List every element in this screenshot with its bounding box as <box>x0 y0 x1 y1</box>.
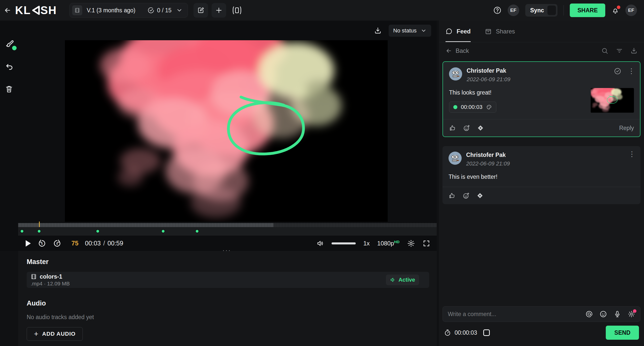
composer-settings-dot <box>633 309 636 313</box>
comment-marker[interactable] <box>96 229 100 233</box>
tab-shares[interactable]: Shares <box>485 21 515 42</box>
add-audio-label: ADD AUDIO <box>42 331 76 337</box>
compare-icon <box>232 6 242 15</box>
forward-5-button[interactable]: 5 <box>53 239 61 248</box>
composer-timecode: 00:00:03 <box>444 329 490 336</box>
thumbs-up-icon[interactable] <box>449 192 456 199</box>
filter-icon[interactable] <box>616 47 623 54</box>
playback-speed[interactable]: 1x <box>363 240 370 247</box>
annotation-toolbar <box>0 21 18 251</box>
video-stage: No status 5 5 75 00:03 / <box>18 21 437 251</box>
resolution-label: 1080p <box>377 240 394 247</box>
palette-icon[interactable] <box>486 104 492 110</box>
shares-box-icon <box>485 28 492 35</box>
play-button[interactable] <box>25 240 31 247</box>
volume-button[interactable] <box>316 240 324 247</box>
comment-card[interactable]: Christofer Pak 2022-06-09 21:09 ⋮ This i… <box>442 146 640 204</box>
add-reaction-icon[interactable] <box>463 192 470 199</box>
back-arrow-icon[interactable] <box>446 48 452 54</box>
comment-author: Christofer Pak <box>467 67 510 74</box>
comment-menu-button[interactable]: ⋮ <box>628 152 635 157</box>
emoji-icon[interactable] <box>599 310 607 318</box>
current-time: 00:03 <box>85 240 101 247</box>
composer-settings-button[interactable] <box>628 310 635 318</box>
timeline-scrubber[interactable] <box>18 223 437 227</box>
timecode-chip[interactable]: 00:00:03 <box>449 102 496 113</box>
comment-author: Christofer Pak <box>466 152 510 158</box>
reply-button[interactable]: Reply <box>619 125 634 132</box>
comment-marker[interactable] <box>161 229 165 233</box>
diamond-marker-icon[interactable] <box>477 192 483 199</box>
notification-dot <box>617 6 620 9</box>
video-canvas[interactable] <box>65 40 388 222</box>
comment-marker[interactable] <box>37 229 41 233</box>
collaborator-avatar[interactable]: EF <box>508 5 519 16</box>
comment-menu-button[interactable]: ⋮ <box>628 69 635 74</box>
mention-icon[interactable] <box>585 310 593 318</box>
timeline-loaded-region <box>18 223 273 227</box>
rewind-5-button[interactable]: 5 <box>38 239 46 248</box>
notifications-button[interactable] <box>611 6 619 14</box>
svg-text:5: 5 <box>41 242 43 245</box>
add-version-button[interactable] <box>212 3 226 18</box>
resolution-selector[interactable]: 1080pHD <box>377 240 399 247</box>
draw-tool-button[interactable] <box>4 39 14 49</box>
composer-timecode-value: 00:00:03 <box>455 329 477 336</box>
resolve-check-icon[interactable] <box>614 67 621 75</box>
compare-versions-button[interactable] <box>230 3 244 18</box>
send-button[interactable]: SEND <box>606 326 639 340</box>
gear-icon <box>407 239 415 247</box>
comment-input[interactable] <box>448 311 579 318</box>
add-audio-button[interactable]: + ADD AUDIO <box>27 327 83 341</box>
plus-icon: + <box>34 330 39 338</box>
feed-back-button[interactable]: Back <box>456 47 469 54</box>
status-dropdown[interactable]: No status <box>389 25 431 37</box>
delete-annotation-button[interactable] <box>5 84 14 94</box>
comment-frame-thumbnail[interactable] <box>591 88 634 113</box>
speaker-icon <box>316 240 324 247</box>
draw-color-indicator[interactable] <box>12 46 17 50</box>
back-button[interactable] <box>0 0 15 21</box>
comment-card-selected[interactable]: Christofer Pak 2022-06-09 21:09 ⋮ This l… <box>442 61 640 137</box>
comment-date: 2022-06-09 21:09 <box>467 76 510 83</box>
film-icon <box>72 5 82 15</box>
download-icon[interactable] <box>630 47 637 54</box>
active-audio-badge[interactable]: Active <box>386 275 419 285</box>
comment-actions <box>442 187 640 204</box>
diamond-marker-icon[interactable] <box>477 125 484 131</box>
share-button[interactable]: SHARE <box>570 4 605 17</box>
comment-marker[interactable] <box>195 229 199 233</box>
help-icon <box>493 6 502 15</box>
current-frame-number: 75 <box>71 240 78 247</box>
timecode-display: 00:03 / 00:59 <box>85 240 123 247</box>
timecode-dot <box>453 105 457 109</box>
topbar-right-cluster: EF Sync SHARE EF <box>493 4 644 17</box>
edit-version-button[interactable] <box>193 3 208 18</box>
timecode-value: 00:00:03 <box>461 104 482 110</box>
settings-button[interactable] <box>407 239 415 247</box>
comment-marker[interactable] <box>20 229 24 233</box>
hd-badge: HD <box>394 240 399 244</box>
video-frame-ink-plume <box>65 40 388 222</box>
volume-slider[interactable] <box>332 242 356 244</box>
thumbs-up-icon[interactable] <box>449 124 456 132</box>
tab-feed[interactable]: Feed <box>446 21 471 42</box>
microphone-icon[interactable] <box>614 310 621 318</box>
undo-button[interactable] <box>4 62 14 71</box>
fullscreen-button[interactable] <box>423 240 430 247</box>
version-selector[interactable]: V.1 (3 months ago) 0 / 15 <box>69 3 188 18</box>
search-icon[interactable] <box>601 47 608 54</box>
status-label: No status <box>393 27 417 34</box>
comment-date: 2022-06-09 21:09 <box>466 160 510 167</box>
download-video-button[interactable] <box>374 27 382 34</box>
help-button[interactable] <box>493 6 502 15</box>
active-label: Active <box>398 277 415 283</box>
user-avatar[interactable]: EF <box>625 5 637 16</box>
audio-section-title: Audio <box>27 299 428 307</box>
add-reaction-icon[interactable] <box>463 124 470 132</box>
master-file-row[interactable]: colors-1 .mp4 · 12.09 MB Active <box>27 272 429 288</box>
comment-avatar <box>449 67 462 80</box>
sync-toggle[interactable]: Sync <box>525 4 558 17</box>
attach-timecode-checkbox[interactable] <box>483 329 490 336</box>
plus-icon <box>215 7 222 14</box>
